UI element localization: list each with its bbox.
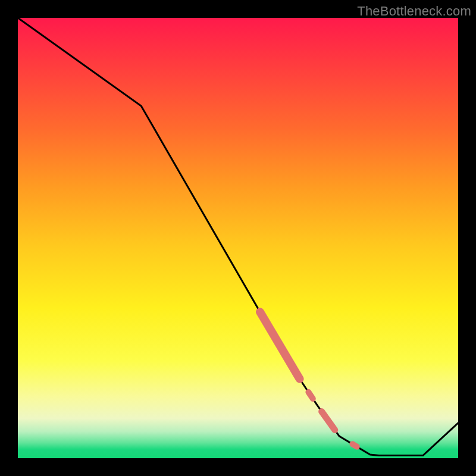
- chart-frame: TheBottleneck.com: [0, 0, 476, 476]
- curve-layer: [18, 18, 458, 456]
- watermark-text: TheBottleneck.com: [357, 4, 471, 19]
- main-curve: [18, 18, 458, 456]
- highlight-segment: [308, 392, 312, 399]
- highlight-segment: [352, 444, 356, 447]
- chart-svg: [18, 18, 458, 458]
- highlight-layer: [260, 312, 357, 447]
- highlight-segment: [322, 412, 335, 430]
- highlight-segment: [260, 312, 300, 379]
